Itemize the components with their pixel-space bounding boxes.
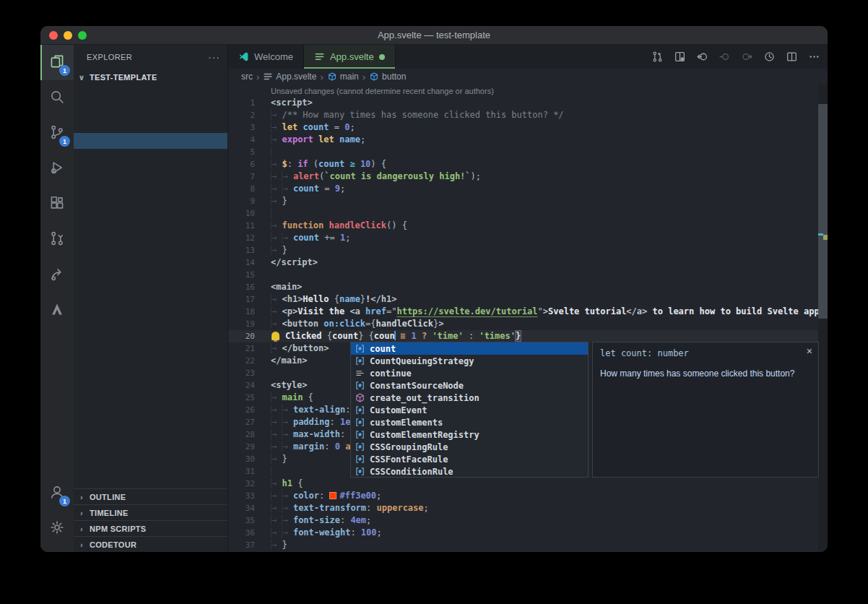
sidebar-section-npm-scripts[interactable]: ›NPM SCRIPTS — [74, 520, 227, 536]
sidebar-section-outline[interactable]: ›OUTLINE — [74, 488, 227, 504]
suggestion-customevent[interactable]: CustomEvent — [351, 404, 588, 416]
suggestion-customelements[interactable]: customElements — [351, 416, 588, 428]
line-number: 24 — [228, 381, 255, 390]
close-icon[interactable]: × — [807, 345, 812, 357]
code-line[interactable]: 3→ let count = 0; — [228, 121, 828, 134]
activity-explorer[interactable]: 1 — [40, 45, 74, 80]
line-number: 37 — [228, 540, 255, 550]
suggestion-countqueuingstrategy[interactable]: CountQueuingStrategy — [351, 355, 588, 367]
code-line[interactable]: 14</script> — [228, 256, 828, 269]
open-changes-icon[interactable] — [672, 49, 687, 65]
breadcrumb-button[interactable]: button — [369, 72, 406, 82]
code-line[interactable]: 2→ /** How many times has someone clicke… — [228, 109, 828, 121]
suggestion-cssfontfacerule[interactable]: CSSFontFaceRule — [351, 453, 588, 465]
breadcrumb-main[interactable]: main — [327, 72, 359, 82]
code-line[interactable]: 36→ → font-weight: 100; — [228, 527, 828, 539]
code-line[interactable]: 37→ } — [228, 539, 828, 551]
line-number: 19 — [228, 319, 255, 329]
activity-accounts[interactable]: 1 — [40, 475, 74, 511]
explorer-more-actions-icon[interactable]: ··· — [208, 51, 220, 63]
symbol-variable-icon — [354, 417, 365, 428]
tree-item-public[interactable] — [74, 101, 227, 117]
code-line[interactable]: 1<script> — [228, 97, 828, 109]
breadcrumb[interactable]: src›App.svelte›main›button — [228, 69, 828, 85]
code-line[interactable]: 19→ <button on:click={handleClick}> — [228, 318, 828, 330]
suggestion-create_out_transition[interactable]: create_out_transition — [351, 392, 588, 404]
code-line[interactable]: 32→ h1 { — [228, 478, 828, 490]
code-line[interactable]: 8→ → count = 9; — [228, 183, 828, 195]
tree-root-test-template[interactable]: ∨ TEST-TEMPLATE — [74, 69, 227, 85]
line-number: 22 — [228, 356, 255, 366]
activity-search[interactable] — [40, 80, 74, 116]
code-line[interactable]: 11→ function handleClick() { — [228, 220, 828, 232]
lightbulb-icon[interactable] — [272, 332, 279, 340]
activity-extensions[interactable] — [40, 186, 74, 222]
code-area[interactable]: Unsaved changes (cannot determine recent… — [228, 85, 828, 552]
editor-scrollbar[interactable] — [818, 85, 828, 552]
code-line[interactable]: 35→ → font-size: 4em; — [228, 514, 828, 527]
tree-item-yarn-lock[interactable] — [74, 244, 227, 260]
breadcrumb-app-svelte[interactable]: App.svelte — [263, 72, 316, 82]
vscode-icon — [238, 51, 249, 62]
code-line[interactable]: 6→ $: if (count ≥ 10) { — [228, 158, 828, 171]
tree-item-node-modules[interactable] — [74, 85, 227, 101]
scrollbar-thumb[interactable] — [818, 104, 828, 319]
activity-live-share[interactable] — [40, 257, 74, 293]
code-line[interactable]: 7→ → alert(`count is dangerously high!`)… — [228, 171, 828, 183]
line-number: 10 — [228, 209, 255, 218]
compare-with-previous-icon[interactable] — [649, 49, 665, 65]
activity-github-pull-requests[interactable] — [40, 222, 74, 257]
activity-run-debug[interactable] — [40, 151, 74, 186]
suggestion-signature: let count: number — [593, 342, 818, 358]
sidebar-section-codetour[interactable]: ›CODETOUR — [74, 536, 227, 552]
breadcrumb-src[interactable]: src — [241, 72, 253, 82]
run-debug-icon — [49, 160, 65, 178]
tree-item-package-json[interactable] — [74, 181, 227, 197]
suggestion-continue[interactable]: continue — [351, 367, 588, 379]
split-editor-icon[interactable] — [784, 49, 799, 65]
activity-azure[interactable] — [40, 293, 74, 328]
tab-welcome[interactable]: Welcome — [228, 45, 304, 69]
symbol-cube-icon — [327, 72, 337, 82]
suggestion-docs-panel: let count: number How many times has som… — [592, 342, 819, 478]
code-line[interactable]: 9→ } — [228, 195, 828, 207]
title-bar[interactable]: App.svelte — test-template — [40, 26, 828, 45]
sidebar-section-timeline[interactable]: ›TIMELINE — [74, 504, 227, 520]
line-number: 27 — [228, 418, 255, 427]
code-line[interactable]: 20Clicked {count} {coun ≡ 1 ? 'time' : '… — [228, 330, 828, 342]
code-line[interactable]: 34→ → text-transform: uppercase; — [228, 502, 828, 514]
code-line[interactable]: 5 — [228, 146, 828, 158]
activity-settings[interactable] — [40, 511, 74, 546]
previous-change-icon[interactable] — [694, 49, 710, 65]
suggestion-count[interactable]: count — [351, 342, 588, 355]
code-line[interactable]: 13→ } — [228, 244, 828, 256]
code-line[interactable]: 12→ → count += 1; — [228, 232, 828, 244]
code-line[interactable]: 15 — [228, 269, 828, 281]
suggestion-cssconditionrule[interactable]: CSSConditionRule — [351, 465, 588, 478]
code-line[interactable]: 10 — [228, 207, 828, 220]
code-line[interactable]: 33→ → color: #ff3e00; — [228, 490, 828, 502]
symbol-variable-icon — [354, 429, 365, 441]
suggestion-cssgroupingrule[interactable]: CSSGroupingRule — [351, 441, 588, 453]
gutter-previous-icon[interactable] — [716, 49, 732, 65]
code-line[interactable]: 17→ <h1>Hello {name}!</h1> — [228, 293, 828, 306]
file-list-icon — [263, 72, 273, 82]
suggestion-customelementregistry[interactable]: CustomElementRegistry — [351, 428, 588, 441]
tab-app-svelte[interactable]: App.svelte — [304, 45, 396, 69]
tree-item-tsconfig-json[interactable] — [74, 228, 227, 244]
tree-item-src[interactable] — [74, 117, 227, 133]
code-line[interactable]: 16<main> — [228, 281, 828, 293]
tree-item-rollup-config-js[interactable] — [74, 212, 227, 228]
tree-item--gitignore[interactable] — [74, 165, 227, 181]
tree-item-readme-md[interactable] — [74, 197, 227, 212]
tree-item-app-svelte[interactable] — [74, 133, 227, 149]
activity-source-control[interactable]: 1 — [40, 116, 74, 151]
gutter-next-icon[interactable] — [739, 49, 755, 65]
code-line[interactable]: 18→ <p>Visit the <a href="https://svelte… — [228, 306, 828, 318]
line-number: 33 — [228, 491, 255, 501]
tree-item-main-ts[interactable] — [74, 149, 227, 165]
code-line[interactable]: 4→ export let name; — [228, 134, 828, 146]
suggestion-constantsourcenode[interactable]: ConstantSourceNode — [351, 379, 588, 392]
file-history-icon[interactable] — [761, 49, 777, 65]
more-actions-icon[interactable] — [806, 49, 822, 65]
